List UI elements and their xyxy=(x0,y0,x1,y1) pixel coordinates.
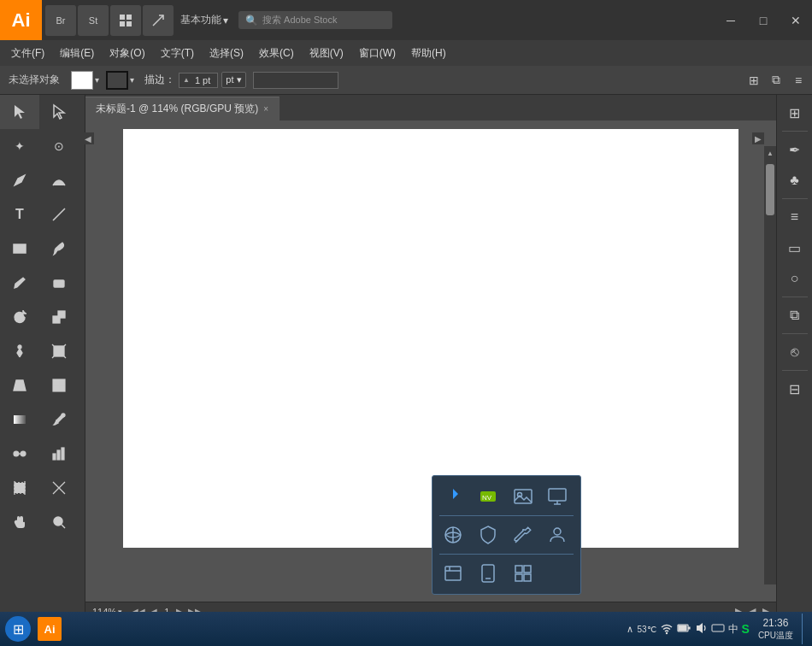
panel-layers-btn[interactable]: ⧉ xyxy=(780,301,809,330)
direct-select-tool-btn[interactable] xyxy=(39,95,79,129)
menu-file[interactable]: 文件(F) xyxy=(4,43,51,64)
magic-wand-tool-btn[interactable]: ✦ xyxy=(0,129,39,163)
scroll-thumb-v[interactable] xyxy=(766,164,774,215)
scroll-up-btn[interactable]: ▲ xyxy=(764,146,776,160)
app2-tray-icon[interactable] xyxy=(474,560,502,587)
user-tray-icon[interactable] xyxy=(544,521,571,549)
menu-select[interactable]: 选择(S) xyxy=(203,43,250,64)
ime-label[interactable]: 中 xyxy=(728,622,738,637)
type-tool-btn[interactable]: T xyxy=(0,197,39,232)
curvature-tool-btn[interactable] xyxy=(39,163,79,197)
arrange-btn[interactable] xyxy=(143,5,174,36)
vertical-scrollbar[interactable]: ▲ xyxy=(764,146,776,584)
stroke-color-btn[interactable] xyxy=(106,71,128,90)
pen-tool-btn[interactable] xyxy=(0,163,39,197)
cpu-temp-display: 53℃ xyxy=(637,624,656,634)
lasso-tool-btn[interactable]: ⊙ xyxy=(39,129,79,163)
workspace-switcher-btn[interactable] xyxy=(110,5,141,36)
app3-tray-icon[interactable] xyxy=(509,560,537,587)
taskbar-app-ai[interactable]: Ai xyxy=(34,614,65,644)
artboard-tool-btn[interactable] xyxy=(0,471,39,505)
eyedropper-tool-btn[interactable] xyxy=(39,402,79,437)
panel-clubs-btn[interactable]: ♣ xyxy=(780,166,809,195)
scale-tool-btn[interactable] xyxy=(39,300,79,334)
panel-pen-btn[interactable]: ✒ xyxy=(780,135,809,164)
app1-tray-icon[interactable] xyxy=(439,560,467,587)
panel-export-btn[interactable]: ⎋ xyxy=(780,338,809,367)
network-tray-icon[interactable] xyxy=(439,521,467,549)
fill-color-btn[interactable] xyxy=(71,71,93,90)
panel-divider-2 xyxy=(782,198,808,199)
menu-help[interactable]: 帮助(H) xyxy=(404,43,453,64)
stock-btn[interactable]: St xyxy=(78,5,109,36)
tab-close-btn[interactable]: × xyxy=(263,104,268,114)
puppet-warp-tool-btn[interactable] xyxy=(0,334,39,368)
rect-tool-btn[interactable] xyxy=(0,232,39,266)
line-tool-btn[interactable] xyxy=(39,197,79,232)
panel-stack-btn[interactable]: ⊟ xyxy=(780,374,809,403)
menu-window[interactable]: 窗口(W) xyxy=(352,43,403,64)
free-transform-tool-btn[interactable] xyxy=(39,334,79,368)
menu-view[interactable]: 视图(V) xyxy=(303,43,350,64)
photo-tray-icon[interactable] xyxy=(509,483,537,510)
close-btn[interactable]: ✕ xyxy=(780,8,812,33)
perspective-tool-btn[interactable] xyxy=(0,368,39,402)
panel-circle-btn[interactable]: ○ xyxy=(780,264,809,293)
panel-rect-btn[interactable]: ▭ xyxy=(780,233,809,262)
view-grid-btn[interactable]: ⊞ xyxy=(744,71,763,90)
expand-tray-btn[interactable]: ∧ xyxy=(627,624,633,635)
hand-tool-btn[interactable] xyxy=(0,505,39,539)
stroke-dropdown-icon[interactable]: ▾ xyxy=(130,75,134,85)
toolbar-right: ⊞ ⧉ ≡ xyxy=(744,71,808,90)
tool-row-type: T xyxy=(0,197,85,232)
gradient-tool-btn[interactable] xyxy=(0,402,39,437)
start-btn[interactable]: ⊞ xyxy=(5,616,31,642)
nvidia-tray-icon[interactable]: NV xyxy=(474,483,502,510)
bluetooth-tray-icon[interactable] xyxy=(439,483,467,510)
svg-rect-0 xyxy=(120,15,125,20)
right-panel-collapse[interactable]: ▶ xyxy=(752,132,764,144)
rotate-tool-btn[interactable] xyxy=(0,300,39,334)
security-tray-icon[interactable] xyxy=(474,521,502,549)
battery-tray-icon xyxy=(677,621,691,637)
more-options-btn[interactable]: ≡ xyxy=(789,71,808,90)
stroke-spinbox[interactable]: ▲ 1 pt xyxy=(179,73,218,88)
eraser-tool-btn[interactable] xyxy=(39,266,79,300)
show-desktop-btn[interactable] xyxy=(802,614,807,644)
stroke-up-arrow[interactable]: ▲ xyxy=(183,76,190,84)
menu-type[interactable]: 文字(T) xyxy=(154,43,201,64)
chart-tool-btn[interactable] xyxy=(39,437,79,471)
canvas-viewport[interactable]: ▲ xyxy=(85,120,776,602)
bridge-btn[interactable]: Br xyxy=(45,5,76,36)
document-tab[interactable]: 未标题-1 @ 114% (RGB/GPU 预览) × xyxy=(85,97,279,120)
pencil-tool-btn[interactable] xyxy=(0,266,39,300)
svg-rect-43 xyxy=(482,565,494,582)
monitor-tray-icon[interactable] xyxy=(544,483,571,510)
paintbrush-tool-btn[interactable] xyxy=(39,232,79,266)
window-controls: ─ □ ✕ xyxy=(715,8,812,33)
panel-menu-btn[interactable]: ≡ xyxy=(780,203,809,232)
mesh-tool-btn[interactable] xyxy=(39,368,79,402)
blend-tool-btn[interactable] xyxy=(0,437,39,471)
workspace-btn[interactable]: 基本功能 ▾ xyxy=(174,9,235,31)
slice-tool-btn[interactable] xyxy=(39,471,79,505)
tools-tray-icon[interactable] xyxy=(509,521,537,549)
select-tool-btn[interactable] xyxy=(0,95,39,129)
minimize-btn[interactable]: ─ xyxy=(715,8,747,33)
svg-rect-34 xyxy=(515,490,532,503)
svg-rect-2 xyxy=(120,21,125,26)
panel-grid-btn[interactable]: ⊞ xyxy=(780,98,809,127)
left-panel-collapse[interactable]: ◀ xyxy=(82,132,94,144)
panel-divider-3 xyxy=(782,297,808,297)
search-stock-input[interactable]: 🔍 搜索 Adobe Stock xyxy=(238,11,392,29)
arrange-panel-btn[interactable]: ⧉ xyxy=(767,71,786,90)
stroke-unit-dropdown[interactable]: pt ▾ xyxy=(221,72,245,88)
fill-dropdown-icon[interactable]: ▾ xyxy=(95,75,99,85)
color-swatch-bar[interactable] xyxy=(253,72,338,89)
maximize-btn[interactable]: □ xyxy=(747,8,780,33)
svg-line-12 xyxy=(64,344,66,346)
menu-effect[interactable]: 效果(C) xyxy=(252,43,301,64)
menu-object[interactable]: 对象(O) xyxy=(103,43,151,64)
menu-edit[interactable]: 编辑(E) xyxy=(53,43,101,64)
zoom-tool-btn[interactable] xyxy=(39,505,79,539)
